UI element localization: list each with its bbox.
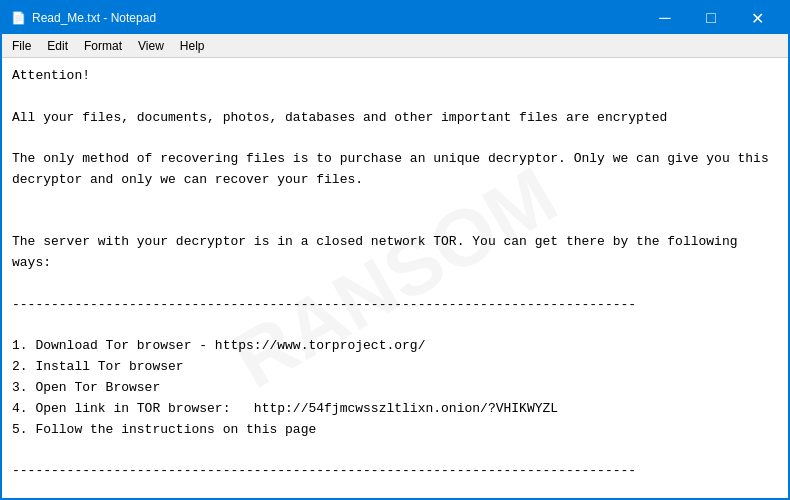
menu-bar: File Edit Format View Help (2, 34, 788, 58)
app-icon: 📄 (10, 10, 26, 26)
menu-edit[interactable]: Edit (39, 37, 76, 55)
title-bar: 📄 Read_Me.txt - Notepad ─ □ ✕ (2, 2, 788, 34)
menu-file[interactable]: File (4, 37, 39, 55)
maximize-button[interactable]: □ (688, 2, 734, 34)
menu-help[interactable]: Help (172, 37, 213, 55)
minimize-button[interactable]: ─ (642, 2, 688, 34)
notepad-window: 📄 Read_Me.txt - Notepad ─ □ ✕ File Edit … (0, 0, 790, 500)
ransom-note-content: Attention! All your files, documents, ph… (12, 66, 778, 498)
window-controls: ─ □ ✕ (642, 2, 780, 34)
close-button[interactable]: ✕ (734, 2, 780, 34)
menu-format[interactable]: Format (76, 37, 130, 55)
window-title: Read_Me.txt - Notepad (32, 11, 642, 25)
text-area[interactable]: RANSOM Attention! All your files, docume… (2, 58, 788, 498)
menu-view[interactable]: View (130, 37, 172, 55)
